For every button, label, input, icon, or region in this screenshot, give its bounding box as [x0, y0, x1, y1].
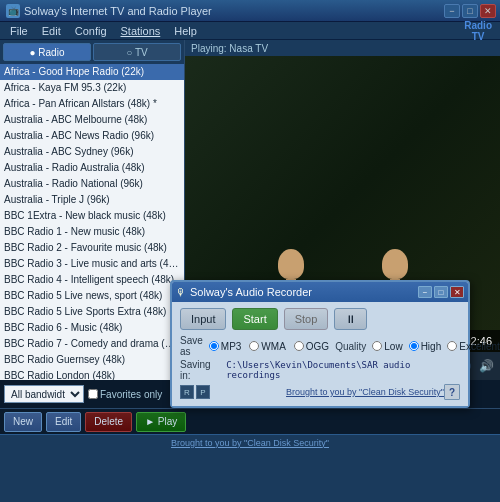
recorder-buttons-row: Input Start Stop ⏸ — [180, 308, 460, 330]
station-item[interactable]: Africa - Kaya FM 95.3 (22k) — [0, 80, 184, 96]
edit-button[interactable]: Edit — [46, 412, 81, 432]
station-item[interactable]: Australia - Radio National (96k) — [0, 176, 184, 192]
station-item[interactable]: BBC Radio 2 - Favourite music (48k) — [0, 240, 184, 256]
station-item[interactable]: BBC Radio 6 - Music (48k) — [0, 320, 184, 336]
menu-config[interactable]: Config — [69, 24, 113, 38]
station-item[interactable]: BBC Radio 5 Live news, sport (48k) — [0, 288, 184, 304]
app-icon: 📺 — [6, 4, 20, 18]
station-item[interactable]: Australia - Radio Australia (48k) — [0, 160, 184, 176]
quality-label: Quality — [335, 341, 366, 352]
bandwidth-select[interactable]: All bandwidth56k128k256k — [4, 385, 84, 403]
app-footer: Brought to you by "Clean Disk Security" — [0, 434, 500, 450]
pause-rec-button[interactable]: ⏸ — [334, 308, 367, 330]
stop-rec-button[interactable]: Stop — [284, 308, 329, 330]
recorder-title: Solway's Audio Recorder — [190, 286, 312, 298]
format-options: MP3 WMA OGG — [209, 341, 329, 352]
title-bar-left: 📺 Solway's Internet TV and Radio Player — [6, 4, 212, 18]
menu-edit[interactable]: Edit — [36, 24, 67, 38]
mp3-radio[interactable] — [209, 341, 219, 351]
person-1-head — [278, 249, 304, 279]
radio-tv-toggle: ● Radio ○ TV — [0, 40, 184, 64]
start-button[interactable]: Start — [232, 308, 277, 330]
recorder-promo[interactable]: Brought to you by "Clean Disk Security" — [286, 387, 444, 397]
quality-excellent[interactable]: Excellent — [447, 341, 500, 352]
quality-low[interactable]: Low — [372, 341, 402, 352]
favorites-checkbox[interactable] — [88, 389, 98, 399]
minimize-button[interactable]: − — [444, 4, 460, 18]
menu-help[interactable]: Help — [168, 24, 203, 38]
saving-label: Saving in: — [180, 359, 222, 381]
r-indicator: R — [180, 385, 194, 399]
quality-options: Low High Excellent — [372, 341, 500, 352]
p-indicator: P — [196, 385, 210, 399]
station-item[interactable]: Australia - ABC Sydney (96k) — [0, 144, 184, 160]
now-playing-text: Playing: Nasa TV — [191, 43, 268, 54]
footer-promo: Brought to you by "Clean Disk Security" — [171, 438, 329, 448]
recorder-window-controls: − □ ✕ — [418, 286, 464, 298]
station-item[interactable]: BBC Radio Guernsey (48k) — [0, 352, 184, 368]
low-radio[interactable] — [372, 341, 382, 351]
format-ogg[interactable]: OGG — [294, 341, 329, 352]
station-item[interactable]: BBC Radio 5 Live Sports Extra (48k) — [0, 304, 184, 320]
close-button[interactable]: ✕ — [480, 4, 496, 18]
recorder-maximize[interactable]: □ — [434, 286, 448, 298]
help-button[interactable]: ? — [444, 384, 460, 400]
menu-file[interactable]: File — [4, 24, 34, 38]
recorder-minimize[interactable]: − — [418, 286, 432, 298]
volume-icon: 🔊 — [479, 359, 494, 373]
wma-radio[interactable] — [249, 341, 259, 351]
new-button[interactable]: New — [4, 412, 42, 432]
high-label: High — [421, 341, 442, 352]
station-list[interactable]: Africa - Good Hope Radio (22k)Africa - K… — [0, 64, 184, 380]
station-item[interactable]: BBC 1Extra - New black music (48k) — [0, 208, 184, 224]
menu-bar: File Edit Config Stations Help RadioTV — [0, 22, 500, 40]
radio-tv-tab-label[interactable]: RadioTV — [464, 20, 496, 42]
favorites-label[interactable]: Favorites only — [88, 389, 162, 400]
delete-button[interactable]: Delete — [85, 412, 132, 432]
quality-high[interactable]: High — [409, 341, 442, 352]
ogg-radio[interactable] — [294, 341, 304, 351]
mp3-label: MP3 — [221, 341, 242, 352]
saving-row: Saving in: C:\Users\Kevin\Documents\SAR … — [180, 359, 460, 381]
person-2-head — [382, 249, 408, 279]
audio-recorder: 🎙 Solway's Audio Recorder − □ ✕ Input St… — [170, 280, 470, 408]
recorder-body: Input Start Stop ⏸ Save as MP3 WMA — [172, 302, 468, 406]
high-radio[interactable] — [409, 341, 419, 351]
save-as-label: Save as — [180, 335, 203, 357]
excellent-radio[interactable] — [447, 341, 457, 351]
maximize-button[interactable]: □ — [462, 4, 478, 18]
format-wma[interactable]: WMA — [249, 341, 285, 352]
title-bar: 📺 Solway's Internet TV and Radio Player … — [0, 0, 500, 22]
station-item[interactable]: Australia - ABC Melbourne (48k) — [0, 112, 184, 128]
excellent-label: Excellent — [459, 341, 500, 352]
action-buttons: New Edit Delete ► Play — [0, 408, 500, 434]
station-item[interactable]: Africa - Pan African Allstars (48k) * — [0, 96, 184, 112]
station-item[interactable]: BBC Radio London (48k) — [0, 368, 184, 380]
station-item[interactable]: Africa - Good Hope Radio (22k) — [0, 64, 184, 80]
rp-indicator: R P — [180, 385, 210, 399]
station-item[interactable]: BBC Radio 1 - New music (48k) — [0, 224, 184, 240]
favorites-text: Favorites only — [100, 389, 162, 400]
format-mp3[interactable]: MP3 — [209, 341, 242, 352]
station-item[interactable]: Australia - ABC News Radio (96k) — [0, 128, 184, 144]
play-action-button[interactable]: ► Play — [136, 412, 186, 432]
station-item[interactable]: Australia - Triple J (96k) — [0, 192, 184, 208]
tv-toggle[interactable]: ○ TV — [93, 43, 181, 61]
saving-path: C:\Users\Kevin\Documents\SAR audio recor… — [226, 360, 460, 380]
left-panel: ● Radio ○ TV Africa - Good Hope Radio (2… — [0, 40, 185, 380]
recorder-title-bar: 🎙 Solway's Audio Recorder − □ ✕ — [172, 282, 468, 302]
radio-toggle[interactable]: ● Radio — [3, 43, 91, 61]
low-label: Low — [384, 341, 402, 352]
window-controls: − □ ✕ — [444, 4, 496, 18]
station-item[interactable]: BBC Radio 4 - Intelligent speech (48k) — [0, 272, 184, 288]
recorder-close[interactable]: ✕ — [450, 286, 464, 298]
menu-stations[interactable]: Stations — [115, 24, 167, 38]
station-item[interactable]: BBC Radio 7 - Comedy and drama (48k) — [0, 336, 184, 352]
ogg-label: OGG — [306, 341, 329, 352]
input-button[interactable]: Input — [180, 308, 226, 330]
recorder-footer-row: R P Brought to you by "Clean Disk Securi… — [180, 384, 460, 400]
station-item[interactable]: BBC Radio 3 - Live music and arts (48k) — [0, 256, 184, 272]
save-as-row: Save as MP3 WMA OGG Quality — [180, 335, 460, 357]
recorder-icon: 🎙 — [176, 287, 186, 298]
recorder-title-left: 🎙 Solway's Audio Recorder — [176, 286, 312, 298]
